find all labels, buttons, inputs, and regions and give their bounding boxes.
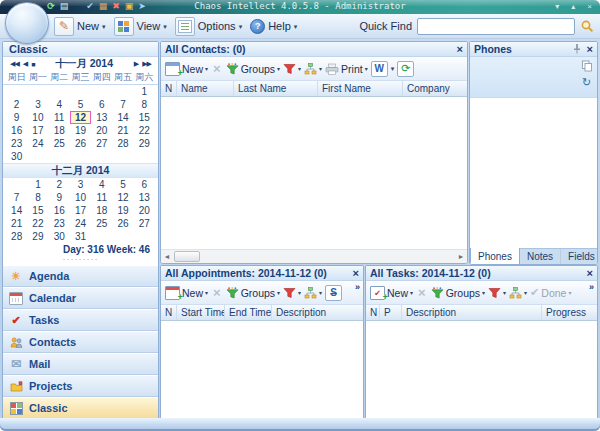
- sidebar-item-mail[interactable]: ✉ Mail: [3, 353, 158, 375]
- calendar-day[interactable]: 28: [6, 230, 27, 243]
- delete-button[interactable]: ×: [211, 62, 223, 75]
- calendar-day[interactable]: 2: [49, 178, 70, 191]
- calendar-day[interactable]: 18: [91, 204, 112, 217]
- groups-button[interactable]: Groups ▾: [431, 287, 485, 299]
- close-icon[interactable]: ×: [353, 268, 359, 279]
- copy-button[interactable]: [579, 59, 594, 73]
- calendar-day[interactable]: 11: [49, 111, 70, 124]
- close-icon[interactable]: ×: [587, 268, 593, 279]
- calendar-day[interactable]: 10: [27, 111, 48, 124]
- calendar-day[interactable]: 11: [91, 191, 112, 204]
- calendar-day[interactable]: 7: [112, 98, 133, 111]
- calendar-day[interactable]: 24: [70, 217, 91, 230]
- view-button[interactable]: View ▾: [114, 17, 167, 36]
- projects-shortcut-icon[interactable]: ▣: [124, 1, 134, 12]
- done-button[interactable]: ✔ Done ▾: [530, 287, 571, 299]
- send-shortcut-icon[interactable]: ➤: [137, 1, 147, 12]
- maximize-button[interactable]: ▴: [571, 1, 575, 12]
- filter-button[interactable]: ▾: [283, 63, 301, 75]
- calendar-day[interactable]: 17: [27, 124, 48, 137]
- calendar-day[interactable]: 27: [91, 137, 112, 150]
- pin-icon[interactable]: [573, 43, 581, 56]
- tasks-list[interactable]: [366, 321, 597, 419]
- calendar-day[interactable]: 23: [49, 217, 70, 230]
- column-n[interactable]: N: [161, 305, 177, 320]
- help-button[interactable]: ? Help ▾: [250, 19, 297, 34]
- search-icon[interactable]: [580, 19, 594, 33]
- calendar-day[interactable]: 3: [70, 178, 91, 191]
- splitter-handle[interactable]: ·········: [3, 256, 158, 265]
- column-first-name[interactable]: First Name: [318, 81, 403, 96]
- calendar-day[interactable]: 29: [134, 137, 155, 150]
- calendar-day[interactable]: 23: [6, 137, 27, 150]
- calendar-day[interactable]: 22: [27, 217, 48, 230]
- tab-fields[interactable]: Fields: [561, 249, 598, 264]
- tab-phones[interactable]: Phones: [470, 248, 520, 264]
- column-start-time[interactable]: Start Time: [177, 305, 225, 320]
- strikeout-filter-button[interactable]: S: [325, 285, 342, 301]
- column-description[interactable]: Description: [272, 305, 363, 320]
- scroll-right-arrow[interactable]: ►: [455, 251, 467, 263]
- calendar-day[interactable]: 25: [91, 217, 112, 230]
- calendar-day[interactable]: 10: [70, 191, 91, 204]
- column-n[interactable]: N: [161, 81, 177, 96]
- new-task-button[interactable]: ✔+ New ▾: [370, 286, 413, 300]
- minimize-button[interactable]: ▾: [555, 1, 559, 12]
- groups-button[interactable]: Groups ▾: [226, 63, 280, 75]
- column-last-name[interactable]: Last Name: [234, 81, 318, 96]
- group-by-button[interactable]: ▾: [304, 287, 322, 299]
- next-month-button[interactable]: ▶: [132, 60, 140, 68]
- column-description[interactable]: Description: [402, 305, 542, 320]
- refresh-button[interactable]: ⟳: [397, 61, 414, 77]
- save-icon[interactable]: ▤: [59, 1, 69, 12]
- calendar-day[interactable]: 8: [27, 191, 48, 204]
- calendar-day[interactable]: 12: [112, 191, 133, 204]
- calendar-day[interactable]: 20: [134, 204, 155, 217]
- calendar-day[interactable]: 14: [6, 204, 27, 217]
- calendar-day[interactable]: 2: [6, 98, 27, 111]
- calendar-day[interactable]: 22: [134, 124, 155, 137]
- close-icon[interactable]: ×: [457, 44, 463, 55]
- delete-button[interactable]: ×: [416, 286, 428, 299]
- titlebar[interactable]: ⟳ ▤ ✔ ▦ ✖ ▣ ➤ Chaos Intellect 4.0.5.8 - …: [0, 0, 600, 14]
- options-button[interactable]: Options ▾: [175, 17, 242, 36]
- scroll-left-arrow[interactable]: ◄: [161, 251, 173, 263]
- calendar-day[interactable]: 1: [134, 85, 155, 98]
- new-contact-button[interactable]: + New ▾: [165, 62, 208, 76]
- appointments-list[interactable]: [161, 321, 363, 419]
- calendar-day[interactable]: 5: [112, 178, 133, 191]
- calendar-day[interactable]: 20: [91, 124, 112, 137]
- toolbar-overflow-chevron[interactable]: »: [355, 282, 360, 292]
- scroll-thumb[interactable]: [174, 251, 200, 262]
- new-appointment-button[interactable]: + New ▾: [165, 286, 208, 300]
- new-button[interactable]: ✎ New ▾: [54, 17, 106, 36]
- column-progress[interactable]: Progress: [542, 305, 597, 320]
- calendar-day[interactable]: 17: [70, 204, 91, 217]
- journal-shortcut-icon[interactable]: ▦: [98, 1, 108, 12]
- word-export-button[interactable]: W: [371, 61, 388, 77]
- calendar-day[interactable]: 21: [112, 124, 133, 137]
- calendar-day[interactable]: 19: [112, 204, 133, 217]
- calendar-day[interactable]: 21: [6, 217, 27, 230]
- calendar-day[interactable]: 6: [134, 178, 155, 191]
- today-button[interactable]: ■: [29, 61, 36, 68]
- tasks-shortcut-icon[interactable]: ✔: [85, 1, 95, 12]
- sidebar-item-agenda[interactable]: ☀ Agenda: [3, 265, 158, 287]
- column-end-time[interactable]: End Time: [225, 305, 272, 320]
- calendar-day[interactable]: 28: [112, 137, 133, 150]
- calendar-day[interactable]: 24: [27, 137, 48, 150]
- calendar-day[interactable]: 7: [6, 191, 27, 204]
- calendar-day[interactable]: 29: [27, 230, 48, 243]
- group-by-button[interactable]: ▾: [509, 287, 527, 299]
- calendar-day[interactable]: 15: [27, 204, 48, 217]
- toolbar-overflow-chevron[interactable]: »: [589, 282, 594, 292]
- calendar-day[interactable]: 26: [112, 217, 133, 230]
- column-p[interactable]: P: [380, 305, 402, 320]
- sync-icon[interactable]: ⟳: [46, 1, 56, 12]
- calendar-day[interactable]: 4: [91, 178, 112, 191]
- filter-button[interactable]: ▾: [283, 287, 301, 299]
- calendar-day[interactable]: 30: [6, 150, 27, 163]
- calendar-day[interactable]: 9: [49, 191, 70, 204]
- calendar-day[interactable]: 31: [70, 230, 91, 243]
- calendar-day[interactable]: 26: [70, 137, 91, 150]
